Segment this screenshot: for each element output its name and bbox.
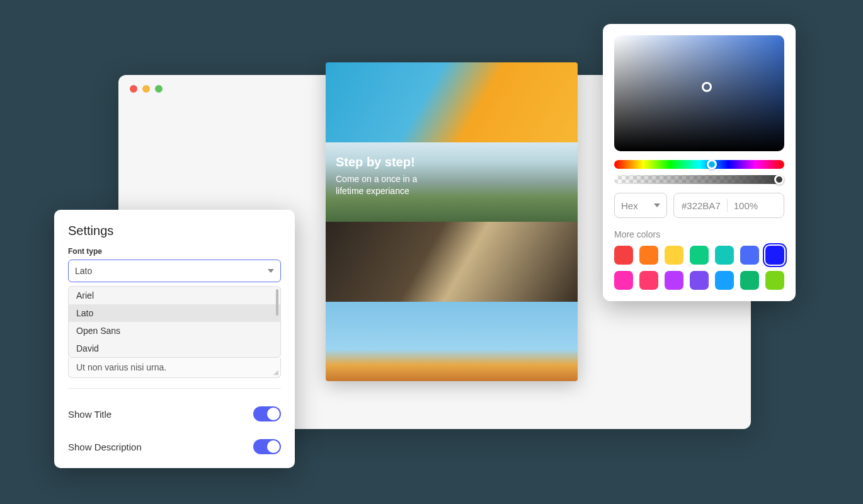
font-option-david[interactable]: David — [69, 340, 280, 357]
show-description-toggle[interactable] — [253, 439, 281, 454]
swatch-11[interactable] — [715, 271, 734, 290]
preview-subtitle-line2: lifetime experiance — [336, 185, 417, 198]
color-saturation-area[interactable] — [614, 35, 784, 151]
swatch-7[interactable] — [614, 271, 633, 290]
window-close-icon[interactable] — [130, 85, 137, 93]
show-title-label: Show Title — [68, 409, 111, 420]
color-hex-input[interactable]: #322BA7 100% — [673, 193, 784, 218]
dropdown-scrollbar[interactable] — [276, 289, 278, 316]
show-title-row: Show Title — [68, 406, 281, 421]
color-format-value: Hex — [621, 200, 638, 211]
color-swatch-grid — [614, 246, 784, 290]
color-value-row: Hex #322BA7 100% — [614, 193, 784, 218]
swatch-1[interactable] — [639, 246, 658, 265]
color-format-select[interactable]: Hex — [614, 193, 667, 218]
font-option-ariel[interactable]: Ariel — [69, 287, 280, 304]
swatch-12[interactable] — [740, 271, 759, 290]
preview-tile-toast — [326, 222, 578, 302]
divider — [68, 388, 281, 389]
swatch-13[interactable] — [765, 271, 784, 290]
swatch-6[interactable] — [765, 246, 784, 265]
font-type-select[interactable]: Lato — [68, 260, 281, 282]
show-title-toggle[interactable] — [253, 406, 281, 421]
alpha-slider-thumb[interactable] — [774, 175, 784, 185]
preview-tile-overlay: Step by step! Come on a once in a lifeti… — [336, 155, 417, 198]
alpha-value-text: 100% — [734, 200, 758, 211]
font-type-dropdown: Ariel Lato Open Sans David — [68, 286, 281, 358]
preview-image-list: Step by step! Come on a once in a lifeti… — [326, 62, 578, 381]
hue-slider-thumb[interactable] — [707, 159, 717, 169]
hex-divider — [727, 199, 728, 212]
settings-heading: Settings — [68, 224, 281, 238]
preview-subtitle-line1: Come on a once in a — [336, 173, 417, 186]
font-option-opensans[interactable]: Open Sans — [69, 322, 280, 340]
more-colors-label: More colors — [614, 229, 784, 239]
swatch-4[interactable] — [715, 246, 734, 265]
hue-slider[interactable] — [614, 160, 784, 169]
font-type-selected-value: Lato — [75, 266, 92, 276]
window-maximize-icon[interactable] — [155, 85, 163, 93]
swatch-2[interactable] — [665, 246, 683, 265]
preview-title: Step by step! — [336, 155, 417, 169]
preview-tile-flowers — [326, 62, 578, 142]
window-minimize-icon[interactable] — [142, 85, 150, 93]
description-textarea[interactable]: Ut non varius nisi urna. — [68, 358, 281, 378]
color-area-cursor[interactable] — [702, 82, 712, 92]
chevron-down-icon — [268, 269, 274, 273]
font-option-lato[interactable]: Lato — [69, 304, 280, 322]
swatch-0[interactable] — [614, 246, 633, 265]
show-description-label: Show Description — [68, 442, 142, 452]
swatch-10[interactable] — [690, 271, 709, 290]
chevron-down-icon — [654, 203, 660, 207]
font-type-label: Font type — [68, 247, 281, 256]
swatch-3[interactable] — [690, 246, 709, 265]
swatch-5[interactable] — [740, 246, 759, 265]
swatch-9[interactable] — [665, 271, 683, 290]
alpha-slider[interactable] — [614, 175, 784, 184]
preview-tile-carousel — [326, 302, 578, 382]
settings-panel: Settings Font type Lato Ariel Lato Open … — [54, 210, 295, 468]
show-description-row: Show Description — [68, 439, 281, 454]
preview-tile-hiking: Step by step! Come on a once in a lifeti… — [326, 142, 578, 222]
color-picker-panel: Hex #322BA7 100% More colors — [603, 24, 796, 301]
swatch-8[interactable] — [639, 271, 658, 290]
hex-value-text: #322BA7 — [682, 200, 721, 211]
